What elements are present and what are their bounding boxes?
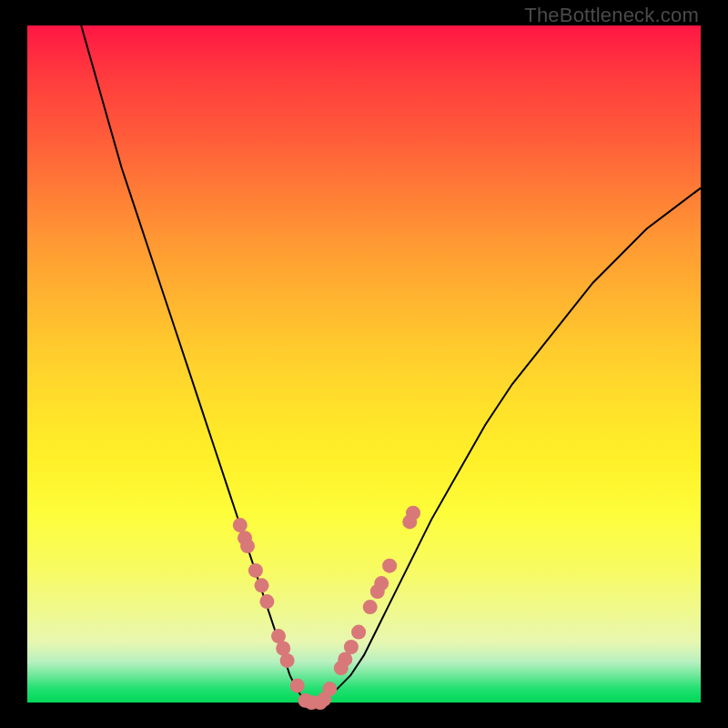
- chart-outer: TheBottleneck.com: [0, 0, 728, 728]
- data-marker: [363, 600, 378, 614]
- data-marker: [255, 578, 269, 592]
- data-marker: [233, 518, 248, 532]
- watermark-text: TheBottleneck.com: [524, 4, 699, 27]
- data-marker: [290, 678, 305, 693]
- data-marker: [322, 682, 337, 696]
- data-marker: [259, 594, 274, 609]
- markers-right-group: [313, 506, 420, 710]
- data-marker: [280, 653, 295, 668]
- data-marker: [240, 539, 255, 553]
- chart-svg: [27, 25, 701, 703]
- data-marker: [382, 559, 397, 573]
- bottleneck-curve: [81, 25, 701, 703]
- plot-area: [27, 25, 701, 703]
- data-marker: [406, 506, 420, 521]
- data-marker: [248, 563, 263, 578]
- data-marker: [351, 625, 366, 640]
- data-marker: [344, 640, 359, 654]
- data-marker: [374, 576, 389, 591]
- markers-left-group: [233, 518, 318, 710]
